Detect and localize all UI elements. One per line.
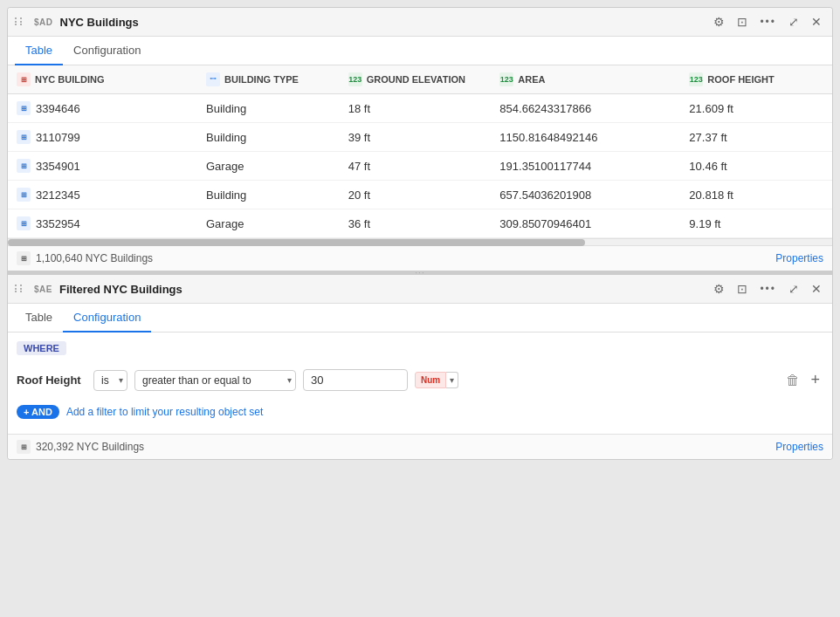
more-button[interactable]: ••• <box>756 14 780 30</box>
elevation-type-icon: 123 <box>348 72 362 86</box>
row-icon: ⊞ <box>17 216 31 230</box>
top-panel-actions: ⚙ ⊡ ••• ⤢ ✕ <box>710 13 825 31</box>
table-row: ⊞ 3110799 Building 39 ft 1150.8164849214… <box>8 123 832 152</box>
bottom-panel-tag: $AE <box>34 285 52 294</box>
add-filter-inline-button[interactable]: + <box>807 369 823 391</box>
table-row: ⊞ 3354901 Garage 47 ft 191.35100117744 1… <box>8 152 832 181</box>
cell-building-type: Building <box>197 181 340 209</box>
expand-button[interactable]: ⤢ <box>785 13 802 31</box>
bottom-monitor-button[interactable]: ⊡ <box>733 280 751 298</box>
cell-area: 309.85070946401 <box>491 209 680 238</box>
cell-elevation: 20 ft <box>340 181 492 209</box>
bottom-record-count: ⊞ 320,392 NYC Buildings <box>17 440 144 454</box>
drag-handle[interactable] <box>15 17 24 26</box>
cell-roof-height: 21.609 ft <box>680 94 832 123</box>
cell-building-type: Garage <box>197 209 340 238</box>
bottom-expand-button[interactable]: ⤢ <box>785 280 802 298</box>
bottom-panel-footer: ⊞ 320,392 NYC Buildings Properties <box>8 434 832 459</box>
table-row: ⊞ 3394646 Building 18 ft 854.66243317866… <box>8 94 832 123</box>
cell-building-type: Building <box>197 94 340 123</box>
col-header-area: 123 AREA <box>491 65 680 94</box>
cell-roof-height: 20.818 ft <box>680 181 832 209</box>
cell-roof-height: 9.19 ft <box>680 209 832 238</box>
bottom-panel-tabs: Table Configuration <box>8 304 832 332</box>
bottom-footer-icon: ⊞ <box>17 440 31 454</box>
cell-roof-height: 10.46 ft <box>680 152 832 181</box>
more-icon: ••• <box>760 16 776 28</box>
configuration-content: WHERE Roof Height is greater than or equ… <box>8 332 832 428</box>
cell-elevation: 39 ft <box>340 123 492 152</box>
top-panel-footer: ⊞ 1,100,640 NYC Buildings Properties <box>8 245 832 271</box>
bottom-panel-header: $AE Filtered NYC Buildings ⚙ ⊡ ••• ⤢ ✕ <box>8 275 832 304</box>
data-table: ⊞ NYC BUILDING "" BUILDING TYPE <box>8 65 832 238</box>
top-properties-link[interactable]: Properties <box>775 252 823 264</box>
row-icon: ⊞ <box>17 159 31 173</box>
bottom-panel-title: Filtered NYC Buildings <box>59 283 703 296</box>
close-button[interactable]: ✕ <box>808 13 825 31</box>
where-badge: WHERE <box>17 341 66 355</box>
tab-table-bottom[interactable]: Table <box>15 304 63 332</box>
condition-select-wrapper: greater than or equal to less than equal… <box>134 370 296 391</box>
cell-id: ⊞ 3394646 <box>8 94 197 123</box>
is-select-wrapper: is <box>93 370 127 391</box>
bottom-close-button[interactable]: ✕ <box>808 280 825 298</box>
scrollbar-thumb[interactable] <box>8 239 585 246</box>
row-icon: ⊞ <box>17 130 31 144</box>
row-icon: ⊞ <box>17 188 31 202</box>
bottom-more-icon: ••• <box>760 283 776 295</box>
add-filter-text[interactable]: Add a filter to limit your resulting obj… <box>66 406 263 418</box>
delete-filter-button[interactable]: 🗑 <box>782 371 803 390</box>
bottom-settings-button[interactable]: ⚙ <box>710 280 728 298</box>
num-type-dropdown[interactable]: ▾ <box>446 372 458 388</box>
cell-id: ⊞ 3212345 <box>8 181 197 209</box>
top-panel-title: NYC Buildings <box>60 16 704 29</box>
top-record-count: ⊞ 1,100,640 NYC Buildings <box>17 251 153 265</box>
cell-area: 1150.81648492146 <box>491 123 680 152</box>
cell-area: 657.54036201908 <box>491 181 680 209</box>
add-filter-row: + AND Add a filter to limit your resulti… <box>17 405 823 419</box>
col-header-ground-elevation: 123 GROUND ELEVATION <box>340 65 492 94</box>
filter-row: Roof Height is greater than or equal to … <box>17 364 823 396</box>
bottom-more-button[interactable]: ••• <box>756 281 780 297</box>
top-panel-tabs: Table Configuration <box>8 37 832 65</box>
tab-configuration-bottom[interactable]: Configuration <box>63 304 151 332</box>
filter-row-actions: 🗑 + <box>782 369 823 391</box>
building-type-icon: ⊞ <box>17 72 31 86</box>
bottom-properties-link[interactable]: Properties <box>775 441 823 453</box>
table-row: ⊞ 3212345 Building 20 ft 657.54036201908… <box>8 181 832 209</box>
and-badge[interactable]: + AND <box>17 405 59 419</box>
cell-area: 854.66243317866 <box>491 94 680 123</box>
top-panel-tag: $AD <box>34 17 53 27</box>
roof-type-icon: 123 <box>689 72 703 86</box>
filter-value-input[interactable] <box>303 369 408 391</box>
cell-elevation: 18 ft <box>340 94 492 123</box>
horizontal-scrollbar[interactable] <box>8 238 832 245</box>
cell-elevation: 47 ft <box>340 152 492 181</box>
col-header-building: ⊞ NYC BUILDING <box>8 65 197 94</box>
cell-elevation: 36 ft <box>340 209 492 238</box>
bottom-drag-handle[interactable] <box>15 285 24 293</box>
num-type-badge: Num <box>415 372 446 388</box>
building-type-type-icon: "" <box>206 72 220 86</box>
row-icon: ⊞ <box>17 101 31 115</box>
cell-roof-height: 27.37 ft <box>680 123 832 152</box>
cell-building-type: Garage <box>197 152 340 181</box>
table-row: ⊞ 3352954 Garage 36 ft 309.85070946401 9… <box>8 209 832 238</box>
tab-table-top[interactable]: Table <box>15 37 63 65</box>
monitor-button[interactable]: ⊡ <box>733 13 751 31</box>
settings-button[interactable]: ⚙ <box>710 13 728 31</box>
col-header-roof-height: 123 ROOF HEIGHT <box>680 65 832 94</box>
footer-icon: ⊞ <box>17 251 31 265</box>
area-type-icon: 123 <box>499 72 513 86</box>
cell-area: 191.35100117744 <box>491 152 680 181</box>
is-select[interactable]: is <box>93 370 127 391</box>
filter-field-label: Roof Height <box>17 374 86 387</box>
type-selector: Num ▾ <box>415 372 458 388</box>
condition-select[interactable]: greater than or equal to less than equal… <box>134 370 296 391</box>
cell-building-type: Building <box>197 123 340 152</box>
col-header-building-type: "" BUILDING TYPE <box>197 65 340 94</box>
tab-configuration-top[interactable]: Configuration <box>63 37 151 65</box>
bottom-panel-actions: ⚙ ⊡ ••• ⤢ ✕ <box>710 280 825 298</box>
cell-id: ⊞ 3352954 <box>8 209 197 238</box>
cell-id: ⊞ 3110799 <box>8 123 197 152</box>
